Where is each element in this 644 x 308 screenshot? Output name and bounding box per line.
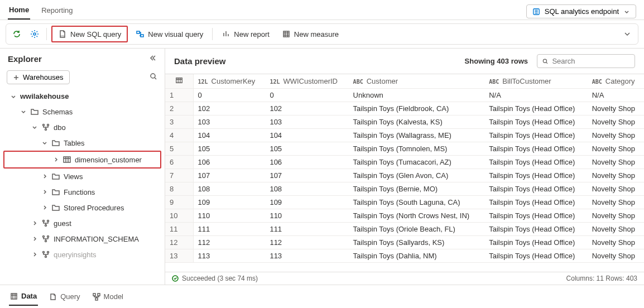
table-row[interactable]: 6106106Tailspin Toys (Tumacacori, AZ)Tai…	[165, 156, 644, 169]
search-icon	[149, 72, 158, 81]
tree-node-dbo[interactable]: dbo	[0, 119, 165, 135]
tab-home[interactable]: Home	[8, 3, 30, 20]
table-row[interactable]: 3103103Tailspin Toys (Kalvesta, KS)Tails…	[165, 116, 644, 129]
chevron-right-icon	[52, 156, 59, 163]
bottom-tab-model[interactable]: Model	[92, 290, 124, 305]
data-cell: Tailspin Toys (Fieldbrook, CA)	[349, 102, 485, 116]
type-indicator: ABC	[489, 79, 499, 85]
settings-button[interactable]	[27, 27, 42, 41]
data-cell: 110	[265, 209, 348, 223]
tree-label: queryinsights	[54, 251, 97, 259]
data-cell: 107	[265, 169, 348, 182]
new-measure-button[interactable]: New measure	[277, 27, 343, 41]
visual-query-icon	[136, 30, 145, 38]
model-icon	[93, 293, 100, 301]
preview-row-count: Showing 403 rows	[465, 57, 528, 65]
chevron-down-icon	[31, 124, 38, 131]
row-number-cell: 6	[165, 156, 193, 169]
tree-node-dimension-customer[interactable]: dimension_customer	[3, 151, 161, 169]
data-cell: Tailspin Toys (Tumacacori, AZ)	[349, 156, 485, 169]
tree-node-schemas[interactable]: Schemas	[0, 104, 165, 119]
bottom-tab-label: Model	[104, 292, 123, 301]
more-button[interactable]	[620, 27, 635, 41]
new-visual-query-button[interactable]: New visual query	[131, 27, 208, 41]
svg-rect-5	[283, 31, 289, 37]
tree-label: dbo	[54, 123, 66, 132]
data-cell: 111	[265, 223, 348, 236]
table-row[interactable]: 8108108Tailspin Toys (Bernie, MO)Tailspi…	[165, 182, 644, 196]
data-cell: 102	[265, 102, 348, 116]
table-row[interactable]: 5105105Tailspin Toys (Tomnolen, MS)Tails…	[165, 142, 644, 156]
explorer-search-button[interactable]	[149, 72, 158, 83]
table-row[interactable]: 13113113Tailspin Toys (Dahlia, NM)Tailsp…	[165, 249, 644, 263]
data-cell: Novelty Shop	[588, 116, 644, 129]
add-warehouses-button[interactable]: Warehouses	[7, 70, 70, 84]
tab-reporting[interactable]: Reporting	[40, 4, 74, 19]
table-row[interactable]: 9109109Tailspin Toys (South Laguna, CA)T…	[165, 196, 644, 209]
tree-label: dimension_customer	[75, 156, 142, 164]
tree-node-views[interactable]: Views	[0, 169, 165, 184]
data-cell: 106	[193, 156, 265, 169]
data-cell: 103	[265, 116, 348, 129]
type-indicator: ABC	[592, 79, 602, 85]
table-row[interactable]: 100UnknownN/AN/A	[165, 89, 644, 102]
row-number-cell: 9	[165, 196, 193, 209]
column-header[interactable]: ABCCategory	[588, 74, 644, 89]
folder-icon	[30, 107, 39, 116]
data-cell: N/A	[588, 89, 644, 102]
chevron-right-icon	[31, 251, 38, 258]
refresh-button[interactable]	[9, 27, 24, 41]
tree-node-guest[interactable]: guest	[0, 215, 165, 231]
schema-icon	[41, 219, 50, 228]
column-header[interactable]: ABCCustomer	[349, 74, 485, 89]
column-header[interactable]: ABCBillToCustomer	[484, 74, 588, 89]
explorer-tree: wwilakehouse Schemas dbo Tables dimensio	[0, 89, 165, 285]
new-visual-query-label: New visual query	[148, 30, 203, 38]
data-cell: N/A	[484, 89, 588, 102]
tree-node-information-schema[interactable]: INFORMATION_SCHEMA	[0, 231, 165, 247]
tree-node-queryinsights[interactable]: queryinsights	[0, 247, 165, 262]
bottom-tab-data[interactable]: Data	[9, 290, 38, 306]
row-number-cell: 8	[165, 182, 193, 196]
chevron-right-icon	[31, 235, 38, 242]
chevron-down-icon	[20, 108, 27, 115]
column-header[interactable]: 12LCustomerKey	[193, 74, 265, 89]
divider	[212, 28, 213, 40]
preview-search-input[interactable]	[552, 57, 630, 65]
tree-node-functions[interactable]: Functions	[0, 184, 165, 200]
preview-search-box[interactable]	[537, 54, 635, 68]
data-cell: Novelty Shop	[588, 196, 644, 209]
data-cell: Tailspin Toys (Bernie, MO)	[349, 182, 485, 196]
new-report-button[interactable]: New report	[217, 27, 274, 41]
row-number-cell: 1	[165, 89, 193, 102]
tree-node-stored-procedures[interactable]: Stored Procedures	[0, 200, 165, 215]
endpoint-dropdown[interactable]: SQL analytics endpoint	[526, 4, 636, 18]
data-cell: Tailspin Toys (Kalvesta, KS)	[349, 116, 485, 129]
plus-icon	[13, 74, 20, 81]
data-cell: Tailspin Toys (Tomnolen, MS)	[349, 142, 485, 156]
tree-node-lakehouse[interactable]: wwilakehouse	[0, 89, 165, 104]
collapse-explorer-button[interactable]	[149, 54, 157, 64]
svg-text:SQL: SQL	[60, 35, 65, 37]
data-cell: Tailspin Toys (Head Office)	[484, 249, 588, 263]
bottom-tab-label: Query	[60, 292, 80, 301]
table-row[interactable]: 7107107Tailspin Toys (Glen Avon, CA)Tail…	[165, 169, 644, 182]
bottom-tab-query[interactable]: Query	[48, 290, 81, 305]
new-sql-query-button[interactable]: SQL New SQL query	[51, 26, 128, 42]
data-cell: Tailspin Toys (Wallagrass, ME)	[349, 129, 485, 142]
data-cell: Tailspin Toys (South Laguna, CA)	[349, 196, 485, 209]
svg-rect-25	[98, 293, 100, 296]
tree-label: Schemas	[42, 108, 73, 116]
table-row[interactable]: 10110110Tailspin Toys (North Crows Nest,…	[165, 209, 644, 223]
data-cell: Tailspin Toys (Dahlia, NM)	[349, 249, 485, 263]
data-cell: 107	[193, 169, 265, 182]
tree-node-tables[interactable]: Tables	[0, 135, 165, 151]
table-row[interactable]: 2102102Tailspin Toys (Fieldbrook, CA)Tai…	[165, 102, 644, 116]
data-icon	[10, 292, 18, 300]
table-row[interactable]: 11111111Tailspin Toys (Oriole Beach, FL)…	[165, 223, 644, 236]
data-cell: 105	[265, 142, 348, 156]
column-header[interactable]: 12LWWICustomerID	[265, 74, 348, 89]
table-row[interactable]: 4104104Tailspin Toys (Wallagrass, ME)Tai…	[165, 129, 644, 142]
data-grid[interactable]: 12LCustomerKey12LWWICustomerIDABCCustome…	[165, 74, 644, 272]
table-row[interactable]: 12112112Tailspin Toys (Sallyards, KS)Tai…	[165, 236, 644, 249]
